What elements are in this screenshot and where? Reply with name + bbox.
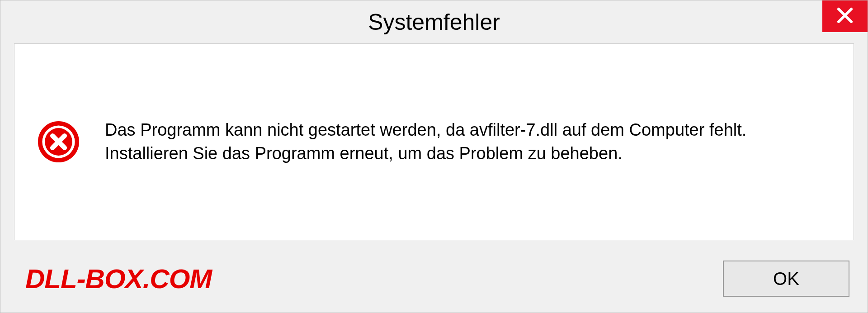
title-bar: Systemfehler [0, 0, 868, 43]
dialog-title: Systemfehler [368, 9, 500, 35]
close-button[interactable] [822, 0, 868, 32]
ok-button-label: OK [773, 269, 799, 289]
error-dialog: Systemfehler Das Programm kann nicht ges… [0, 0, 868, 313]
close-icon [836, 6, 854, 26]
watermark-text: DLL-BOX.COM [25, 263, 212, 294]
error-icon [37, 120, 80, 163]
ok-button[interactable]: OK [723, 261, 849, 297]
footer-area: DLL-BOX.COM OK [0, 254, 868, 313]
error-message: Das Programm kann nicht gestartet werden… [105, 119, 831, 165]
content-area: Das Programm kann nicht gestartet werden… [14, 43, 854, 240]
